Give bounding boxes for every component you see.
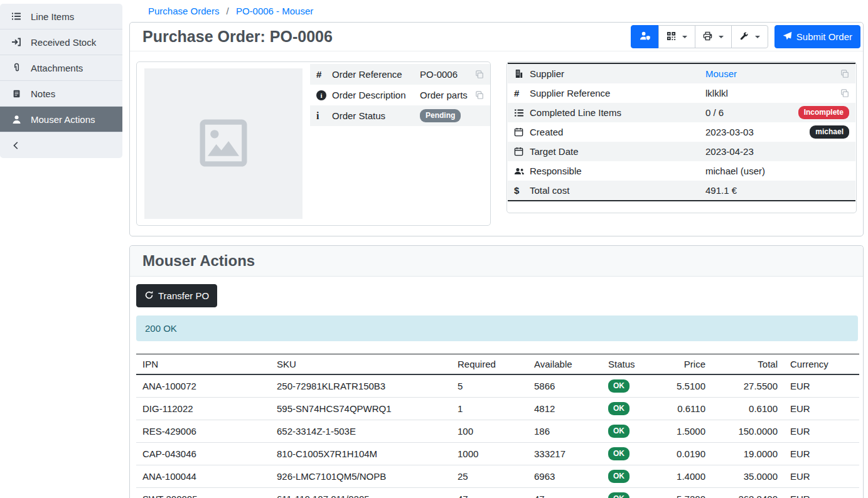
status-ok-badge: OK	[608, 379, 630, 393]
supplier-link[interactable]: Mouser	[705, 68, 737, 79]
cell-sku: 810-C1005X7R1H104M	[271, 443, 451, 465]
settings-menu-button[interactable]	[731, 25, 768, 48]
breadcrumb: Purchase Orders / PO-0006 - Mouser	[129, 0, 864, 22]
sidebar-item-notes[interactable]: Notes	[0, 81, 122, 107]
detail-value: PO-0006	[420, 69, 475, 80]
detail-row-supplier-reference: # Supplier Reference lklklkl	[508, 83, 855, 103]
copy-icon[interactable]	[840, 70, 849, 78]
roles-button[interactable]	[631, 25, 659, 48]
cell-ipn: CAP-043046	[136, 443, 271, 465]
status-badge: Pending	[420, 109, 461, 122]
print-menu-button[interactable]	[695, 25, 732, 48]
col-header-required: Required	[451, 354, 528, 375]
cell-total: 27.5500	[712, 374, 784, 398]
chevron-down-icon	[719, 36, 724, 38]
detail-row-responsible: Responsible michael (user)	[508, 161, 855, 181]
list-icon	[10, 11, 23, 21]
mouser-actions-panel: Mouser Actions Transfer PO 200 OK	[129, 245, 864, 498]
copy-icon[interactable]	[475, 70, 484, 79]
row-end: Incomplete	[798, 106, 849, 119]
detail-value: Order parts	[420, 90, 475, 100]
parts-table-row: ANA-100072250-72981KLRATR150B355866OK5.5…	[136, 374, 859, 398]
sign-in-icon	[10, 37, 23, 47]
parts-table-row: SWT-200005611-110.107.011/02054747OK5.72…	[136, 488, 859, 498]
sidebar: Line Items Received Stock Attachments No…	[0, 4, 122, 158]
notes-icon	[10, 89, 23, 98]
printer-icon	[703, 31, 712, 43]
sidebar-item-received-stock[interactable]: Received Stock	[0, 29, 122, 55]
cell-available: 47	[528, 488, 602, 498]
detail-label: Created	[530, 127, 705, 137]
status-ok-badge: OK	[608, 447, 630, 460]
parts-table-body: ANA-100072250-72981KLRATR150B355866OK5.5…	[136, 374, 859, 498]
cell-currency: EUR	[784, 420, 859, 443]
sidebar-item-label: Received Stock	[31, 37, 96, 48]
submit-order-label: Submit Order	[796, 31, 852, 42]
cell-price: 1.4000	[658, 465, 712, 488]
cell-required: 47	[451, 488, 528, 498]
detail-row-created: Created 2023-03-03 michael	[508, 122, 855, 142]
detail-value: Pending	[420, 109, 484, 122]
cell-status: OK	[602, 465, 658, 488]
panel-title: Mouser Actions	[130, 246, 863, 277]
cell-required: 1	[451, 398, 528, 420]
detail-label: Order Description	[332, 90, 420, 100]
sidebar-item-mouser-actions[interactable]: Mouser Actions	[0, 107, 122, 132]
status-ok-badge: OK	[608, 492, 630, 498]
detail-value: 2023-03-03	[705, 127, 810, 137]
dollar-icon: $	[514, 185, 530, 196]
order-image-placeholder[interactable]	[144, 68, 303, 219]
cell-total: 35.0000	[712, 465, 784, 488]
copy-icon[interactable]	[475, 91, 484, 100]
col-header-sku: SKU	[271, 354, 451, 375]
barcode-menu-button[interactable]	[658, 25, 695, 48]
detail-row-order-reference: # Order Reference PO-0006	[310, 64, 490, 85]
paperclip-icon	[10, 63, 23, 73]
col-header-total: Total	[712, 354, 784, 375]
cell-currency: EUR	[784, 398, 859, 420]
detail-label: Order Status	[332, 110, 420, 121]
cell-sku: 250-72981KLRATR150B3	[271, 374, 451, 398]
detail-label: Supplier	[530, 68, 705, 79]
detail-value: 2023-04-23	[705, 146, 849, 157]
paper-plane-icon	[783, 31, 792, 43]
breadcrumb-link-current[interactable]: PO-0006 - Mouser	[236, 6, 313, 16]
cell-total: 0.6100	[712, 398, 784, 420]
cell-available: 4812	[528, 398, 602, 420]
breadcrumb-link-purchase-orders[interactable]: Purchase Orders	[148, 6, 219, 16]
sidebar-item-attachments[interactable]: Attachments	[0, 55, 122, 81]
submit-order-button[interactable]: Submit Order	[774, 25, 860, 48]
cell-required: 1000	[451, 443, 528, 465]
cell-available: 5866	[528, 374, 602, 398]
cell-status: OK	[602, 374, 658, 398]
status-alert: 200 OK	[136, 315, 858, 341]
cell-currency: EUR	[784, 488, 859, 498]
transfer-po-label: Transfer PO	[158, 290, 209, 301]
detail-label: Total cost	[530, 185, 705, 196]
order-details-area: # Order Reference PO-0006 i Order Descri…	[130, 51, 863, 236]
info-icon: i	[316, 110, 332, 122]
detail-value: 491.1 €	[705, 185, 849, 196]
detail-label: Completed Line Items	[530, 107, 705, 118]
detail-value: michael (user)	[705, 166, 849, 176]
cell-price: 0.0190	[658, 443, 712, 465]
cell-price: 5.5100	[658, 374, 712, 398]
cell-currency: EUR	[784, 465, 859, 488]
transfer-po-button[interactable]: Transfer PO	[136, 284, 217, 307]
row-end: michael	[810, 125, 849, 139]
cell-required: 25	[451, 465, 528, 488]
cell-total: 268.8400	[712, 488, 784, 498]
sidebar-item-label: Notes	[31, 88, 55, 99]
copy-icon[interactable]	[840, 89, 849, 98]
sidebar-collapse-button[interactable]	[0, 132, 122, 158]
cell-ipn: RES-429006	[136, 420, 271, 443]
cell-available: 6963	[528, 465, 602, 488]
sidebar-item-line-items[interactable]: Line Items	[0, 4, 122, 29]
header-actions: Submit Order	[631, 25, 860, 48]
cell-available: 333217	[528, 443, 602, 465]
parts-table-row: ANA-100044926-LMC7101QM5/NOPB256963OK1.4…	[136, 465, 859, 488]
user-icon	[10, 115, 23, 124]
order-details-table: # Order Reference PO-0006 i Order Descri…	[310, 64, 490, 225]
cell-total: 19.0000	[712, 443, 784, 465]
supplier-details-table: Supplier Mouser # Supplier Reference lk	[508, 63, 855, 201]
